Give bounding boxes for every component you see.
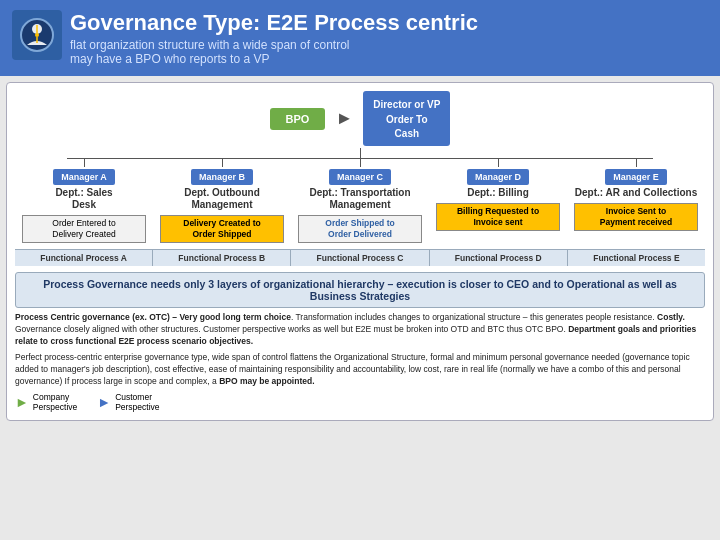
process-b: Delivery Created toOrder Shipped — [160, 215, 284, 243]
dept-a-title: Dept.: SalesDesk — [55, 187, 112, 211]
manager-e-box: Manager E — [605, 169, 667, 185]
governance-note: Process Governance needs only 3 layers o… — [15, 272, 705, 308]
vert-connector-1 — [360, 148, 361, 158]
legend-company: ► Company Perspective — [15, 392, 77, 412]
legend-customer-label: Customer Perspective — [115, 392, 159, 412]
arrow-green-icon: ► — [15, 394, 29, 410]
func-label-b: Functional Process B — [153, 250, 291, 266]
manager-b-box: Manager B — [191, 169, 253, 185]
dept-col-b: Manager B Dept. OutboundManagement Deliv… — [153, 169, 291, 244]
main-content: BPO ► Director or VPOrder ToCash Manager… — [6, 82, 714, 420]
branch-3 — [360, 159, 361, 167]
branch-1 — [84, 159, 85, 167]
dept-b-title: Dept. OutboundManagement — [184, 187, 260, 211]
director-box: Director or VPOrder ToCash — [363, 91, 450, 146]
process-c: Order Shipped toOrder Delivered — [298, 215, 422, 243]
branch-2 — [222, 159, 223, 167]
arrow-blue-icon: ► — [97, 394, 111, 410]
dept-col-c: Manager C Dept.: TransportationManagemen… — [291, 169, 429, 244]
dept-e-title: Dept.: AR and Collections — [575, 187, 697, 199]
manager-c-box: Manager C — [329, 169, 391, 185]
dept-col-a: Manager A Dept.: SalesDesk Order Entered… — [15, 169, 153, 244]
dept-col-e: Manager E Dept.: AR and Collections Invo… — [567, 169, 705, 232]
process-a: Order Entered toDelivery Created — [22, 215, 146, 243]
body-text-1: Process Centric governance (ex. OTC) – V… — [15, 312, 705, 348]
func-label-c: Functional Process C — [291, 250, 429, 266]
page-subtitle: flat organization structure with a wide … — [70, 38, 706, 66]
org-chart: BPO ► Director or VPOrder ToCash Manager… — [15, 91, 705, 266]
body-text-2: Perfect process-centric enterprise gover… — [15, 352, 705, 388]
legend-row: ► Company Perspective ► Customer Perspec… — [15, 392, 705, 412]
branch-4 — [498, 159, 499, 167]
page-title: Governance Type: E2E Process centric — [70, 10, 706, 36]
dept-d-title: Dept.: Billing — [467, 187, 529, 199]
manager-a-box: Manager A — [53, 169, 115, 185]
svg-point-2 — [35, 33, 39, 37]
dept-col-d: Manager D Dept.: Billing Billing Request… — [429, 169, 567, 232]
arrow-right-icon: ► — [335, 108, 353, 129]
header: Governance Type: E2E Process centric fla… — [0, 0, 720, 76]
bpo-box: BPO — [270, 108, 326, 130]
legend-customer: ► Customer Perspective — [97, 392, 159, 412]
bpo-director-row: BPO ► Director or VPOrder ToCash — [270, 91, 451, 146]
functional-labels-row: Functional Process A Functional Process … — [15, 249, 705, 266]
manager-d-box: Manager D — [467, 169, 529, 185]
func-label-a: Functional Process A — [15, 250, 153, 266]
process-d: Billing Requested toInvoice sent — [436, 203, 560, 231]
header-icon — [12, 10, 62, 60]
func-label-d: Functional Process D — [430, 250, 568, 266]
process-e: Invoice Sent toPayment received — [574, 203, 698, 231]
func-label-e: Functional Process E — [568, 250, 705, 266]
dept-c-title: Dept.: TransportationManagement — [309, 187, 410, 211]
branch-5 — [636, 159, 637, 167]
branch-lines — [15, 159, 705, 169]
managers-row: Manager A Dept.: SalesDesk Order Entered… — [15, 169, 705, 244]
legend-company-label: Company Perspective — [33, 392, 77, 412]
